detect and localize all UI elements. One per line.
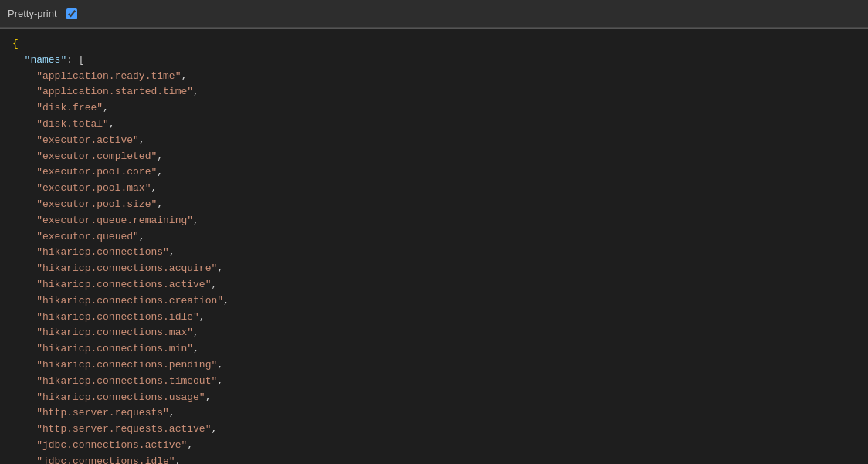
json-line: { — [12, 36, 856, 52]
json-line: "application.started.time", — [12, 84, 856, 100]
json-line: "http.server.requests", — [12, 405, 856, 422]
json-line: "hikaricp.connections.pending", — [12, 357, 856, 374]
json-line: "hikaricp.connections.usage", — [12, 390, 856, 406]
json-line: "executor.pool.max", — [12, 181, 856, 197]
json-line: "hikaricp.connections.min", — [12, 341, 856, 357]
pretty-print-checkbox[interactable] — [66, 8, 77, 19]
json-line: "hikaricp.connections.timeout", — [12, 374, 856, 390]
json-line: "hikaricp.connections.creation", — [12, 293, 856, 310]
toolbar: Pretty-print — [0, 0, 868, 28]
json-line: "executor.pool.core", — [12, 164, 856, 181]
pretty-print-toggle[interactable]: Pretty-print — [8, 8, 77, 19]
json-line: "application.ready.time", — [12, 69, 856, 85]
pretty-print-label: Pretty-print — [8, 8, 57, 19]
json-line: "disk.total", — [12, 117, 856, 133]
json-line: "http.server.requests.active", — [12, 422, 856, 438]
json-line: "executor.queued", — [12, 229, 856, 246]
json-line: "executor.pool.size", — [12, 197, 856, 213]
json-line: "hikaricp.connections.active", — [12, 277, 856, 293]
json-line: "hikaricp.connections.max", — [12, 325, 856, 341]
json-line: "jdbc.connections.idle", — [12, 454, 856, 464]
json-line: "executor.active", — [12, 133, 856, 149]
code-area[interactable]: { "names": [ "application.ready.time", "… — [0, 29, 868, 464]
json-line: "jdbc.connections.active", — [12, 438, 856, 454]
json-line: "hikaricp.connections", — [12, 245, 856, 261]
json-line: "names": [ — [12, 52, 856, 69]
json-line: "executor.completed", — [12, 149, 856, 165]
json-line: "hikaricp.connections.idle", — [12, 310, 856, 326]
json-line: "hikaricp.connections.acquire", — [12, 261, 856, 277]
json-output: { "names": [ "application.ready.time", "… — [12, 36, 856, 464]
json-line: "disk.free", — [12, 100, 856, 117]
json-line: "executor.queue.remaining", — [12, 213, 856, 229]
